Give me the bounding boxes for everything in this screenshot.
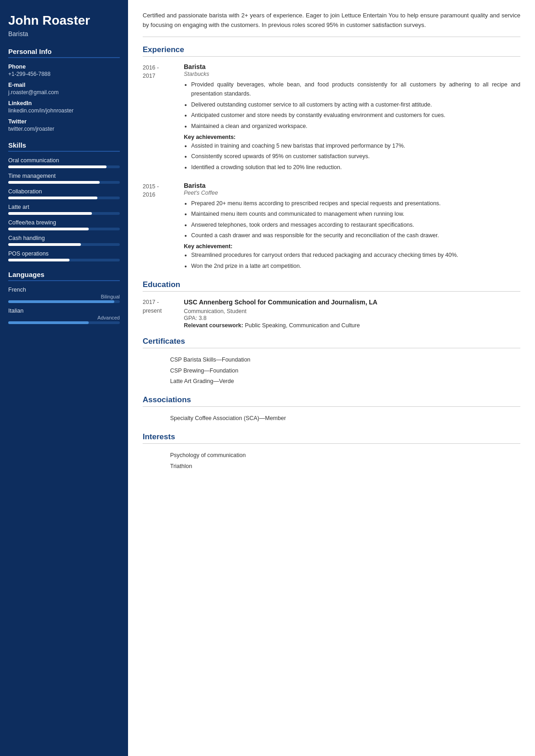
skill-bar-background bbox=[8, 181, 120, 184]
language-bar-background bbox=[8, 300, 120, 303]
interest-item: Psychology of communication bbox=[170, 450, 520, 461]
exp-bullet: Delivered outstanding customer service t… bbox=[191, 100, 520, 110]
exp-company: Peet's Coffee bbox=[184, 190, 520, 196]
phone-label: Phone bbox=[8, 64, 120, 70]
language-name: Italian bbox=[8, 308, 120, 314]
skill-name: Collaboration bbox=[8, 188, 120, 195]
resume-container: John Roaster Barista Personal Info Phone… bbox=[0, 0, 535, 756]
exp-content: BaristaPeet's CoffeePrepared 20+ menu it… bbox=[184, 182, 520, 272]
experience-list: 2016 - 2017BaristaStarbucksProvided qual… bbox=[143, 63, 520, 272]
association-item: Specialty Coffee Association (SCA)—Membe… bbox=[170, 413, 520, 424]
summary-text: Certified and passionate barista with 2+… bbox=[143, 11, 520, 37]
skill-item: Latte art bbox=[8, 204, 120, 215]
key-achievement-item: Consistently scored upwards of 95% on cu… bbox=[191, 152, 520, 161]
skill-name: Latte art bbox=[8, 204, 120, 210]
language-item: ItalianAdvanced bbox=[8, 308, 120, 324]
skill-bar-background bbox=[8, 197, 120, 199]
key-achievement-item: Streamlined procedures for carryout orde… bbox=[191, 250, 520, 260]
candidate-name: John Roaster bbox=[8, 13, 120, 28]
exp-bullet: Anticipated customer and store needs by … bbox=[191, 111, 520, 120]
linkedin-value: linkedin.com/in/johnroaster bbox=[8, 107, 120, 114]
skill-bar-fill bbox=[8, 197, 97, 199]
skill-name: POS operations bbox=[8, 250, 120, 257]
associations-list: Specialty Coffee Association (SCA)—Membe… bbox=[143, 413, 520, 424]
certificate-item: CSP Barista Skills—Foundation bbox=[170, 355, 520, 366]
skill-bar-background bbox=[8, 243, 120, 246]
skill-bar-background bbox=[8, 259, 120, 261]
skill-item: POS operations bbox=[8, 250, 120, 261]
exp-date: 2015 - 2016 bbox=[143, 182, 184, 272]
skills-list: Oral communicationTime managementCollabo… bbox=[8, 157, 120, 261]
skill-name: Coffee/tea brewing bbox=[8, 219, 120, 226]
interests-section: Interests Psychology of communicationTri… bbox=[143, 432, 520, 472]
personal-info-heading: Personal Info bbox=[8, 48, 120, 58]
edu-coursework: Relevant coursework: Public Speaking, Co… bbox=[184, 322, 520, 329]
twitter-label: Twitter bbox=[8, 118, 120, 125]
edu-content: USC Annenberg School for Communication a… bbox=[184, 298, 520, 329]
skill-bar-background bbox=[8, 165, 120, 168]
interest-item: Triathlon bbox=[170, 461, 520, 472]
twitter-value: twitter.com/jroaster bbox=[8, 126, 120, 132]
languages-list: FrenchBilingualItalianAdvanced bbox=[8, 287, 120, 324]
skill-item: Coffee/tea brewing bbox=[8, 219, 120, 230]
skill-name: Time management bbox=[8, 173, 120, 179]
interests-list: Psychology of communicationTriathlon bbox=[143, 450, 520, 472]
exp-bullets: Prepared 20+ menu items according to pre… bbox=[184, 199, 520, 241]
key-achievement-label: Key achievements: bbox=[184, 134, 520, 140]
exp-bullet: Maintained menu item counts and communic… bbox=[191, 209, 520, 219]
edu-institution: USC Annenberg School for Communication a… bbox=[184, 298, 520, 307]
exp-job-title: Barista bbox=[184, 63, 520, 70]
skill-bar-fill bbox=[8, 259, 70, 261]
key-achievements-list: Assisted in training and coaching 5 new … bbox=[184, 141, 520, 172]
phone-value: +1-299-456-7888 bbox=[8, 71, 120, 77]
linkedin-label: LinkedIn bbox=[8, 100, 120, 106]
experience-heading: Experience bbox=[143, 45, 520, 57]
skill-bar-fill bbox=[8, 165, 107, 168]
education-section: Education 2017 - presentUSC Annenberg Sc… bbox=[143, 280, 520, 329]
key-achievement-item: Assisted in training and coaching 5 new … bbox=[191, 141, 520, 151]
language-item: FrenchBilingual bbox=[8, 287, 120, 303]
experience-section: Experience 2016 - 2017BaristaStarbucksPr… bbox=[143, 45, 520, 272]
key-achievement-label: Key achievement: bbox=[184, 243, 520, 250]
language-level-label: Bilingual bbox=[8, 294, 120, 299]
languages-heading: Languages bbox=[8, 271, 120, 281]
education-heading: Education bbox=[143, 280, 520, 292]
associations-section: Associations Specialty Coffee Associatio… bbox=[143, 395, 520, 424]
skill-bar-fill bbox=[8, 212, 92, 215]
certificate-item: Latte Art Grading—Verde bbox=[170, 376, 520, 387]
skill-item: Time management bbox=[8, 173, 120, 184]
language-level-label: Advanced bbox=[8, 315, 120, 320]
exp-bullet: Answered telephones, took orders and mes… bbox=[191, 220, 520, 230]
experience-entry: 2015 - 2016BaristaPeet's CoffeePrepared … bbox=[143, 182, 520, 272]
education-entry: 2017 - presentUSC Annenberg School for C… bbox=[143, 298, 520, 329]
exp-job-title: Barista bbox=[184, 182, 520, 189]
exp-company: Starbucks bbox=[184, 71, 520, 77]
skill-item: Oral communication bbox=[8, 157, 120, 168]
skill-item: Collaboration bbox=[8, 188, 120, 199]
exp-content: BaristaStarbucksProvided quality beverag… bbox=[184, 63, 520, 174]
skill-bar-background bbox=[8, 212, 120, 215]
skill-item: Cash handling bbox=[8, 235, 120, 246]
interests-heading: Interests bbox=[143, 432, 520, 444]
language-bar-background bbox=[8, 321, 120, 324]
key-achievement-item: Identified a crowding solution that led … bbox=[191, 163, 520, 172]
edu-gpa: GPA: 3.8 bbox=[184, 315, 520, 321]
skill-name: Cash handling bbox=[8, 235, 120, 241]
education-list: 2017 - presentUSC Annenberg School for C… bbox=[143, 298, 520, 329]
exp-bullet: Counted a cash drawer and was responsibl… bbox=[191, 231, 520, 240]
language-bar-fill bbox=[8, 321, 89, 324]
skill-bar-background bbox=[8, 228, 120, 230]
sidebar: John Roaster Barista Personal Info Phone… bbox=[0, 0, 128, 756]
associations-heading: Associations bbox=[143, 395, 520, 407]
certificates-section: Certificates CSP Barista Skills—Foundati… bbox=[143, 337, 520, 387]
experience-entry: 2016 - 2017BaristaStarbucksProvided qual… bbox=[143, 63, 520, 174]
certificates-heading: Certificates bbox=[143, 337, 520, 348]
edu-field: Communication, Student bbox=[184, 308, 520, 314]
exp-bullet: Provided quality beverages, whole bean, … bbox=[191, 80, 520, 99]
exp-bullet: Prepared 20+ menu items according to pre… bbox=[191, 199, 520, 208]
candidate-title: Barista bbox=[8, 30, 120, 37]
skill-bar-fill bbox=[8, 228, 89, 230]
exp-date: 2016 - 2017 bbox=[143, 63, 184, 174]
exp-bullets: Provided quality beverages, whole bean, … bbox=[184, 80, 520, 131]
certificates-list: CSP Barista Skills—FoundationCSP Brewing… bbox=[143, 355, 520, 387]
